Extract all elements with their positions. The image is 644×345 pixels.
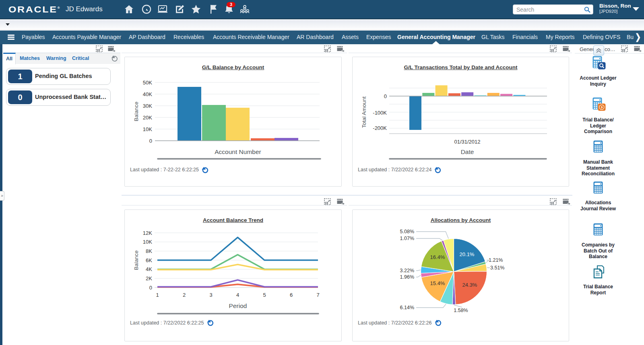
svg-text:7: 7	[316, 292, 319, 298]
svg-text:8K: 8K	[146, 248, 152, 254]
svg-text:1.07%: 1.07%	[400, 236, 414, 241]
svg-text:20.1%: 20.1%	[460, 251, 475, 257]
svg-text:6K: 6K	[146, 257, 152, 263]
svg-text:3.51%: 3.51%	[490, 265, 504, 271]
svg-text:0: 0	[149, 138, 152, 144]
svg-text:50K: 50K	[143, 80, 152, 86]
svg-text:10K: 10K	[143, 239, 152, 245]
svg-text:Balance: Balance	[133, 102, 139, 121]
svg-text:16.4%: 16.4%	[430, 254, 445, 260]
svg-text:1.21%: 1.21%	[489, 257, 503, 263]
svg-text:20K: 20K	[143, 115, 152, 121]
svg-text:1.96%: 1.96%	[400, 274, 414, 280]
svg-text:2K: 2K	[146, 275, 152, 281]
svg-text:0: 0	[149, 285, 152, 291]
svg-text:3.22%: 3.22%	[400, 268, 414, 273]
svg-text:12K: 12K	[143, 230, 152, 236]
svg-text:6: 6	[290, 292, 293, 298]
svg-text:6.14%: 6.14%	[400, 305, 414, 310]
svg-text:Total Amount: Total Amount	[361, 97, 367, 128]
svg-text:4: 4	[236, 292, 239, 298]
svg-text:-200K: -200K	[373, 125, 387, 131]
svg-text:4K: 4K	[146, 266, 152, 272]
svg-text:40K: 40K	[143, 91, 152, 97]
svg-text:5.08%: 5.08%	[400, 229, 414, 234]
svg-text:2: 2	[183, 292, 186, 298]
svg-text:10K: 10K	[143, 126, 152, 132]
svg-text:Period: Period	[229, 302, 247, 309]
svg-text:15.4%: 15.4%	[430, 280, 445, 286]
svg-text:01/31/2012: 01/31/2012	[454, 139, 480, 145]
svg-text:Account Number: Account Number	[215, 148, 261, 155]
svg-text:Date: Date	[461, 148, 474, 155]
svg-text:30K: 30K	[143, 103, 152, 109]
svg-text:Balance: Balance	[133, 251, 139, 270]
svg-text:5: 5	[263, 292, 266, 298]
svg-text:0: 0	[384, 93, 387, 99]
svg-text:1: 1	[156, 292, 159, 298]
svg-text:1.58%: 1.58%	[454, 308, 468, 313]
svg-text:24.3%: 24.3%	[462, 282, 477, 288]
svg-text:-100K: -100K	[373, 110, 387, 116]
svg-text:3: 3	[209, 292, 212, 298]
